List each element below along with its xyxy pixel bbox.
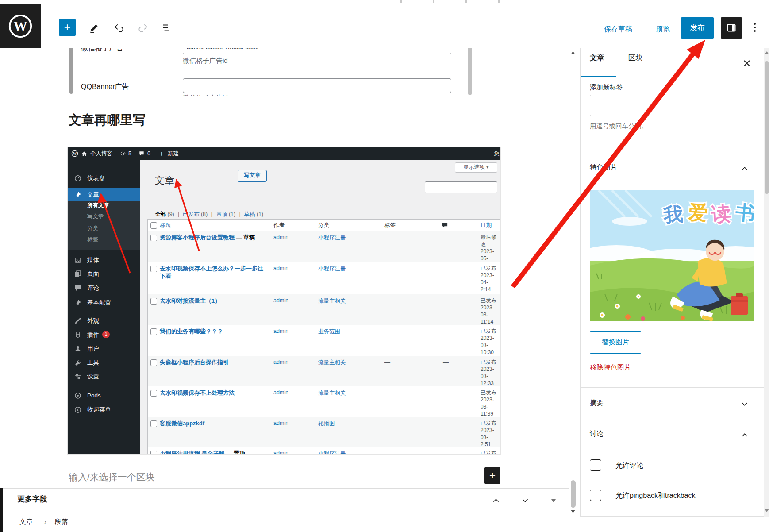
block-placeholder[interactable]: 输入/来选择一个区块 <box>69 471 155 483</box>
add-tag-input[interactable] <box>590 95 754 116</box>
tab-block[interactable]: 区块 <box>628 53 643 63</box>
options-caret-icon[interactable] <box>551 499 556 502</box>
metabox-scrollbar-right[interactable] <box>468 44 472 95</box>
sidebar-item-dashboard[interactable]: 仪表盘 <box>68 172 140 185</box>
col-title[interactable]: 标题 <box>160 222 171 229</box>
remove-featured-image-link[interactable]: 移除特色图片 <box>590 363 631 372</box>
category-link[interactable]: 小程序注册 <box>318 450 346 454</box>
author-link[interactable]: admin <box>273 389 288 396</box>
content-scroll-down-icon[interactable] <box>571 510 575 513</box>
allow-pingback-checkbox[interactable] <box>590 490 601 501</box>
edit-pencil-icon[interactable] <box>88 22 100 34</box>
sidebar-item-posts[interactable]: 文章 <box>68 188 140 201</box>
filter-draft[interactable]: 草稿 <box>244 211 255 217</box>
redo-icon[interactable] <box>137 22 149 34</box>
author-link[interactable]: admin <box>273 359 288 365</box>
post-title-link[interactable]: 去水印视频保存不上处理方法 <box>160 389 235 396</box>
post-title-link[interactable]: 小程序注册流程 最全详解 <box>160 450 225 454</box>
author-link[interactable]: admin <box>273 297 288 304</box>
category-link[interactable]: 业务范围 <box>318 328 340 335</box>
list-view-icon[interactable] <box>161 22 173 34</box>
category-link[interactable]: 轮播图 <box>318 420 335 428</box>
submenu-all-posts[interactable]: 所有文章 <box>87 200 109 210</box>
row-checkbox[interactable] <box>150 390 157 397</box>
expand-down-icon[interactable] <box>520 496 530 505</box>
row-checkbox[interactable] <box>150 359 157 366</box>
add-block-button[interactable]: + <box>484 467 500 484</box>
row-checkbox[interactable] <box>150 451 157 454</box>
sidebar-item-plugins[interactable]: 插件 1 <box>68 328 140 342</box>
save-draft-button[interactable]: 保存草稿 <box>604 25 632 34</box>
publish-button[interactable]: 发布 <box>681 17 714 39</box>
tab-post[interactable]: 文章 <box>590 53 604 63</box>
category-link[interactable]: 流量主相关 <box>318 359 346 366</box>
sidebar-item-basic-config[interactable]: 基本配置 <box>68 296 140 309</box>
sidebar-item-tools[interactable]: 工具 <box>68 356 140 370</box>
post-heading[interactable]: 文章再哪里写 <box>69 112 146 129</box>
row-checkbox[interactable] <box>150 298 157 305</box>
chevron-up-icon[interactable] <box>740 164 750 173</box>
featured-image[interactable]: 我 爱 读 书 <box>590 190 754 321</box>
post-title-link[interactable]: 去水印视频保存不上怎么办？一步一步往下看 <box>160 265 263 279</box>
preview-button[interactable]: 预览 <box>656 25 670 34</box>
metabox-scrollbar-left[interactable] <box>69 46 73 94</box>
sidebar-item-users[interactable]: 用户 <box>68 342 140 355</box>
replace-image-button[interactable]: 替换图片 <box>590 331 641 354</box>
row-checkbox[interactable] <box>150 420 157 427</box>
submenu-tags[interactable]: 标签 <box>87 235 98 244</box>
sidebar-item-appearance[interactable]: 外观 <box>68 314 140 328</box>
sidebar-item-collapse[interactable]: 收起菜单 <box>68 403 140 416</box>
author-link[interactable]: admin <box>273 420 288 426</box>
wordpress-logo[interactable]: W <box>0 4 41 48</box>
filter-sticky[interactable]: 置顶 <box>216 211 227 217</box>
settings-panel-toggle[interactable] <box>721 17 742 39</box>
post-title-link[interactable]: 我们的业务有哪些？？？ <box>160 328 223 335</box>
author-link[interactable]: admin <box>273 265 288 271</box>
post-title-link[interactable]: 资源博客小程序后台设置教程 <box>160 234 235 241</box>
browser-scrollbar[interactable] <box>764 4 769 517</box>
category-link[interactable]: 小程序注册 <box>318 265 346 273</box>
breadcrumb-paragraph[interactable]: 段落 <box>55 518 68 526</box>
more-options-menu[interactable] <box>754 21 756 35</box>
block-inserter-button[interactable]: + <box>59 19 76 36</box>
row-checkbox[interactable] <box>150 328 157 335</box>
chevron-down-icon[interactable] <box>740 399 750 409</box>
add-new-post-button[interactable]: 写文章 <box>238 170 267 182</box>
category-link[interactable]: 流量主相关 <box>318 297 346 305</box>
row-checkbox[interactable] <box>150 235 157 241</box>
undo-icon[interactable] <box>113 22 125 34</box>
col-date[interactable]: 日期 <box>481 222 492 229</box>
post-title-link[interactable]: 头像框小程序后台操作指引 <box>160 359 229 366</box>
category-link[interactable]: 小程序注册 <box>318 234 346 242</box>
excerpt-section-title[interactable]: 摘要 <box>590 398 604 408</box>
new-content-link[interactable]: 新建 <box>168 150 179 158</box>
category-link[interactable]: 流量主相关 <box>318 389 346 397</box>
sidebar-item-settings[interactable]: 设置 <box>68 370 140 383</box>
content-scroll-up-icon[interactable] <box>571 51 575 54</box>
author-link[interactable]: admin <box>273 328 288 334</box>
admin-search-input[interactable] <box>425 181 497 193</box>
content-scrollbar-thumb[interactable] <box>571 480 576 508</box>
collapse-up-icon[interactable] <box>491 496 501 505</box>
post-title-link[interactable]: 客服微信appzkdf <box>160 420 204 427</box>
sidebar-item-pods[interactable]: Pods <box>68 389 140 402</box>
screen-options-button[interactable]: 显示选项 ▾ <box>455 162 497 173</box>
sidebar-item-comments[interactable]: 评论 <box>68 281 140 295</box>
author-link[interactable]: admin <box>273 450 288 454</box>
breadcrumb-post[interactable]: 文章 <box>19 518 33 526</box>
allow-comments-checkbox[interactable] <box>590 459 601 471</box>
chevron-up-icon[interactable] <box>740 430 750 440</box>
discussion-section-title[interactable]: 讨论 <box>590 429 604 439</box>
close-icon[interactable] <box>742 58 752 69</box>
submenu-categories[interactable]: 分类 <box>87 224 98 233</box>
sidebar-item-pages[interactable]: 页面 <box>68 267 140 281</box>
featured-image-section-title[interactable]: 特色图片 <box>590 163 617 172</box>
submenu-write-post[interactable]: 写文章 <box>87 212 104 221</box>
filter-all[interactable]: 全部 <box>155 211 166 217</box>
post-title-link[interactable]: 去水印对接流量主（1） <box>160 297 220 304</box>
filter-published[interactable]: 已发布 <box>183 211 200 217</box>
updates-count[interactable]: 5 <box>128 150 131 157</box>
comments-count[interactable]: 0 <box>147 150 150 157</box>
site-name-link[interactable]: 个人博客 <box>90 150 112 158</box>
browser-scrollbar-thumb[interactable] <box>765 61 769 194</box>
